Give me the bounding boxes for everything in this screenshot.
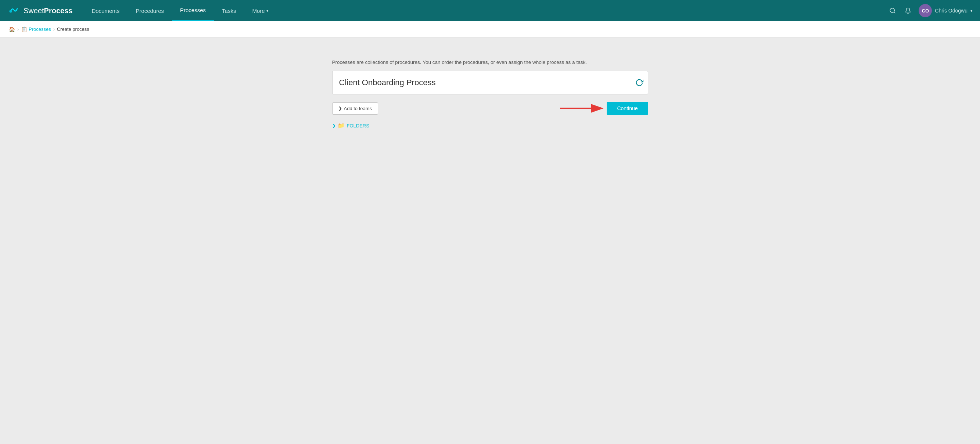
bell-icon [905, 7, 911, 14]
breadcrumb-home[interactable]: 🏠 [9, 27, 15, 32]
breadcrumb-sep-2: › [53, 27, 55, 32]
continue-button[interactable]: Continue [607, 102, 648, 115]
brand-process: Process [44, 6, 73, 15]
nav-tasks[interactable]: Tasks [214, 0, 244, 21]
process-title-input[interactable] [332, 71, 648, 94]
continue-area: Continue [607, 102, 648, 115]
main-content: Processes are collections of procedures.… [0, 38, 980, 444]
red-arrow-annotation [560, 101, 608, 116]
add-to-teams-button[interactable]: ❯ Add to teams [332, 103, 379, 114]
sweetprocess-logo [7, 4, 21, 17]
navbar: SweetProcess Documents Procedures Proces… [0, 0, 980, 21]
nav-processes[interactable]: Processes [172, 0, 214, 21]
brand-sweet: Sweet [24, 6, 44, 15]
breadcrumb: 🏠 › 📋 Processes › Create process [0, 21, 980, 38]
nav-procedures[interactable]: Procedures [127, 0, 172, 21]
user-name: Chris Odogwu [935, 8, 967, 14]
user-menu[interactable]: CO Chris Odogwu ▾ [919, 4, 973, 17]
user-chevron-icon: ▾ [970, 8, 973, 13]
home-icon: 🏠 [9, 27, 15, 32]
brand-logo-link[interactable]: SweetProcess [7, 4, 72, 17]
process-title-wrapper [332, 71, 648, 94]
folder-icon: 📁 [338, 122, 345, 129]
chevron-down-icon: ▾ [266, 8, 269, 13]
refresh-icon [635, 79, 643, 87]
avatar: CO [919, 4, 932, 17]
nav-right: CO Chris Odogwu ▾ [888, 4, 973, 17]
processes-breadcrumb-icon: 📋 [21, 27, 27, 32]
breadcrumb-current: Create process [57, 27, 89, 32]
chevron-right-folders-icon: ❯ [332, 124, 336, 128]
svg-point-1 [9, 10, 12, 13]
nav-items: Documents Procedures Processes Tasks Mor… [83, 0, 888, 21]
search-button[interactable] [888, 6, 897, 16]
nav-documents[interactable]: Documents [83, 0, 127, 21]
actions-row: ❯ Add to teams Continue [332, 102, 648, 115]
form-description: Processes are collections of procedures.… [332, 60, 648, 65]
form-container: Processes are collections of procedures.… [332, 60, 648, 129]
notifications-button[interactable] [903, 6, 913, 16]
chevron-right-icon: ❯ [339, 106, 342, 111]
refresh-icon-button[interactable] [635, 79, 643, 87]
folders-row[interactable]: ❯ 📁 FOLDERS [332, 122, 648, 129]
breadcrumb-processes[interactable]: 📋 Processes [21, 27, 51, 32]
svg-line-3 [894, 12, 895, 13]
search-icon [889, 7, 896, 14]
breadcrumb-sep-1: › [17, 27, 19, 32]
nav-more[interactable]: More ▾ [244, 0, 276, 21]
